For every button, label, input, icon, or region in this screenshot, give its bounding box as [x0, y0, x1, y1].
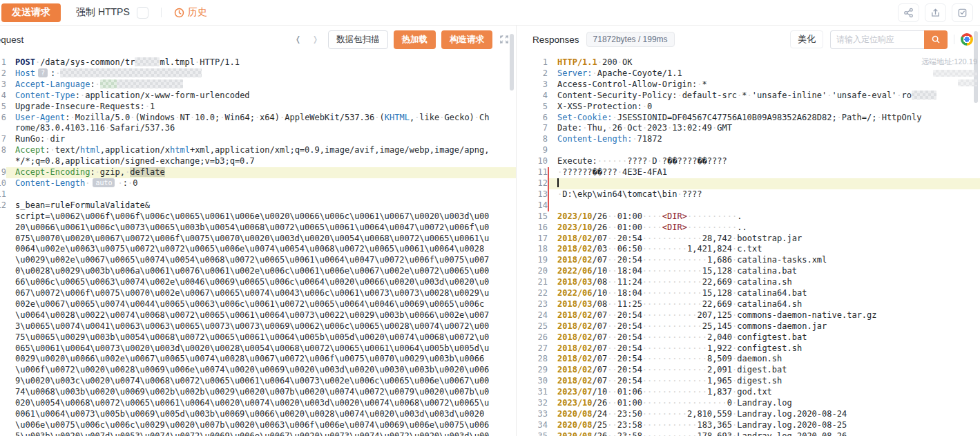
line-number: 25 — [524, 321, 548, 332]
code-line[interactable]: 182018/02/03··06:50·········1,421,824·c.… — [524, 244, 980, 255]
code-line[interactable]: 2Host?:· — [0, 68, 516, 79]
code-line[interactable]: 11·??????��???·4E3E-4FA1 — [524, 167, 980, 178]
code-line[interactable]: 322023/10/26··01:00·················0·La… — [524, 398, 980, 409]
redacted-mosaic — [135, 57, 160, 66]
line-number: 4 — [0, 91, 6, 102]
code-line[interactable]: 192018/02/07··20:54·············1,686·ca… — [524, 255, 980, 266]
code-line[interactable]: 252018/02/07··20:54············25,145·co… — [524, 321, 980, 332]
line-number: 13 — [524, 189, 548, 200]
code-line[interactable]: 7RunGo:·dir — [0, 134, 516, 145]
response-editor[interactable]: 远端地址:120.19 1HTTP/1.1·200·OK2Server:·Apa… — [524, 53, 980, 436]
top-toolbar: 发送请求 强制 HTTPS 历史 — [0, 0, 980, 26]
send-request-button[interactable]: 发送请求 — [1, 3, 61, 22]
line-number: 28 — [524, 354, 548, 365]
code-line[interactable]: 342020/08/25··23:58···········183,365·La… — [524, 420, 980, 431]
code-line[interactable]: 4Content-Security-Policy:·default-src·*·… — [524, 91, 980, 102]
request-panel-header: Request ❬ ❭ 数据包扫描 热加载 构造请求 — [0, 26, 516, 53]
line-number: 5 — [524, 102, 548, 113]
code-line[interactable]: 212018/03/08··11:24············22,669·ca… — [524, 277, 980, 288]
line-number: 7 — [0, 134, 6, 145]
chrome-icon[interactable] — [961, 33, 973, 46]
code-line[interactable]: 3Accept-Language:· — [0, 79, 516, 91]
nav-forward-button[interactable]: ❭ — [312, 33, 318, 46]
code-line[interactable]: 6User-Agent:·Mozilla/5.0·(Windows·NT·10.… — [0, 113, 516, 135]
clock-icon — [174, 8, 184, 18]
code-line[interactable]: 10Execute:······????·D·?��????��???? — [524, 156, 980, 167]
line-number: 10 — [524, 156, 548, 167]
code-line[interactable]: 2Server:·Apache-Coyote/1.1 — [524, 68, 980, 79]
line-number: 12 — [524, 178, 548, 189]
code-line[interactable]: 152023/10/26··01:00····<DIR>··········. — [524, 211, 980, 222]
build-request-button[interactable]: 构造请求 — [441, 30, 492, 49]
fullscreen-button[interactable] — [499, 35, 509, 44]
line-number: 5 — [0, 102, 6, 113]
line-number: 10 — [0, 178, 6, 189]
line-number: 11 — [0, 189, 6, 200]
request-editor[interactable]: 1POST·/data/sys-common/trml.tmpl·HTTP/1.… — [0, 53, 516, 436]
code-line[interactable]: 11 — [0, 189, 516, 200]
code-line[interactable]: 232018/03/08··11:25············22,669·ca… — [524, 299, 980, 310]
code-line[interactable]: 8Content-Length:·71872 — [524, 134, 980, 145]
code-line[interactable]: 12 — [524, 178, 980, 189]
line-number: 35 — [524, 431, 548, 436]
line-number: 31 — [524, 387, 548, 398]
history-button[interactable]: 历史 — [174, 6, 207, 19]
code-line[interactable]: 332020/08/24··23:50·········2,810,559·La… — [524, 409, 980, 420]
checked-box-icon — [957, 8, 968, 18]
code-line[interactable]: 14 — [524, 200, 980, 211]
code-line[interactable]: 262018/02/07··20:54·············2,040·co… — [524, 332, 980, 343]
hot-reload-button[interactable]: 热加载 — [394, 30, 436, 49]
code-line[interactable]: 352020/08/26··23:58···········178,693·La… — [524, 431, 980, 436]
line-number: 9 — [524, 145, 548, 156]
code-line[interactable]: 302018/02/07··20:54·············1,965·di… — [524, 376, 980, 387]
code-line[interactable]: 3Access-Control-Allow-Origin:·* — [524, 79, 980, 91]
code-line[interactable]: 5X-XSS-Protection:·0 — [524, 102, 980, 113]
code-line[interactable]: 242018/02/07··20:54···········207,125·co… — [524, 310, 980, 321]
code-line[interactable]: 7Date:·Thu,·26·Oct·2023·13:02:49·GMT — [524, 123, 980, 134]
line-number: 27 — [524, 343, 548, 354]
line-number: 7 — [524, 123, 548, 134]
search-input[interactable] — [830, 30, 924, 49]
code-line[interactable]: 13·D:\ekp\win64\tomcat\bin·???? — [524, 189, 980, 200]
window-actions — [898, 3, 973, 22]
inline-badge: auto — [93, 178, 115, 187]
line-number: 16 — [524, 222, 548, 234]
line-number: 30 — [524, 376, 548, 387]
code-line[interactable]: 6Set-Cookie:·JSESSIONID=DF04567C47756A10… — [524, 113, 980, 124]
force-https-checkbox[interactable] — [137, 7, 148, 19]
line-number: 1 — [0, 57, 6, 68]
code-line[interactable]: 1POST·/data/sys-common/trml.tmpl·HTTP/1.… — [0, 57, 516, 68]
code-line[interactable]: 9Accept-Encoding:·gzip,·deflate — [0, 167, 516, 178]
code-line[interactable]: 222022/06/10··18:04············15,128·ca… — [524, 288, 980, 299]
nav-back-button[interactable]: ❬ — [295, 33, 301, 46]
search-button[interactable] — [924, 30, 948, 49]
report-button[interactable] — [952, 3, 973, 22]
code-line[interactable]: 8Accept:·text/html,application/xhtml+xml… — [0, 145, 516, 167]
inline-badge: ? — [38, 68, 48, 77]
line-number: 1 — [524, 57, 548, 68]
request-scrollbar[interactable] — [510, 34, 514, 91]
packet-scan-button[interactable]: 数据包扫描 — [328, 30, 388, 49]
code-line[interactable]: 282018/02/07··20:54·············8,509·da… — [524, 354, 980, 365]
code-line[interactable]: 5Upgrade-Insecure-Requests:·1 — [0, 102, 516, 113]
fullscreen-icon — [499, 35, 509, 44]
line-number: 3 — [524, 79, 548, 91]
code-line[interactable]: 10Content-Length·auto·:·0 — [0, 178, 516, 189]
code-line[interactable]: 172018/02/07··20:54············28,742·bo… — [524, 234, 980, 245]
export-button[interactable] — [925, 3, 946, 22]
code-line[interactable]: 9 — [524, 145, 980, 156]
share-button[interactable] — [898, 3, 919, 22]
code-line[interactable]: 292018/02/07··20:54·············2,091·di… — [524, 365, 980, 376]
request-nav: ❬ ❭ — [295, 33, 318, 46]
line-number: 2 — [0, 68, 6, 79]
code-line[interactable]: 202022/06/10··18:04············15,128·ca… — [524, 266, 980, 277]
line-number: 12 — [0, 200, 6, 436]
code-line[interactable]: 312023/07/10··01:06·············1,837·go… — [524, 387, 980, 398]
code-line[interactable]: 272018/02/07··20:54·············1,922·co… — [524, 343, 980, 354]
beautify-button[interactable]: 美化 — [790, 30, 823, 48]
code-line[interactable]: 162023/10/26··01:00····<DIR>··········.. — [524, 222, 980, 234]
code-line[interactable]: 12s_bean=ruleFormulaValidate& script=\u0… — [0, 200, 516, 436]
redacted-mosaic — [912, 91, 936, 99]
code-line[interactable]: 4Content-Type:·application/x-www-form-ur… — [0, 91, 516, 102]
code-line[interactable]: 1HTTP/1.1·200·OK — [524, 57, 980, 68]
